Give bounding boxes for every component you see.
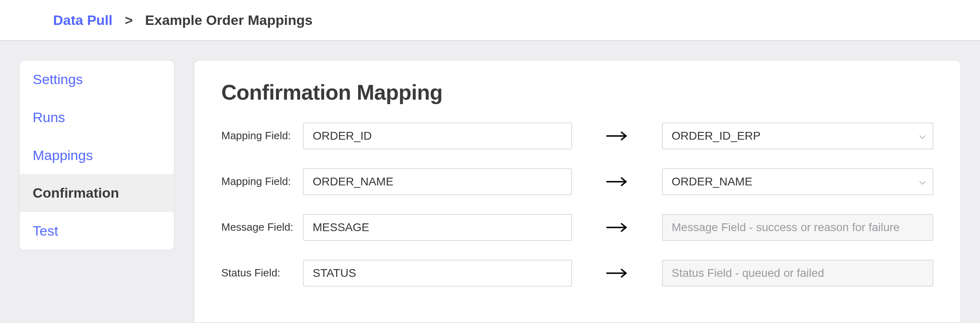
- row-label: Status Field:: [221, 266, 303, 280]
- breadcrumb-root-link[interactable]: Data Pull: [53, 12, 112, 28]
- mapping-source-input[interactable]: [303, 168, 572, 195]
- disabled-placeholder: Message Field - success or reason for fa…: [672, 221, 900, 234]
- sidebar-item-mappings[interactable]: Mappings: [20, 136, 174, 174]
- sidebar: Settings Runs Mappings Confirmation Test: [19, 60, 175, 251]
- row-label: Message Field:: [221, 220, 303, 234]
- main-panel: Confirmation Mapping Mapping Field: ORDE…: [194, 60, 961, 323]
- sidebar-item-confirmation[interactable]: Confirmation: [20, 174, 174, 212]
- arrow-right-icon: [572, 222, 662, 233]
- mapping-row: Message Field: Message Field - success o…: [221, 214, 933, 241]
- breadcrumb-current: Example Order Mappings: [145, 12, 312, 28]
- status-target-disabled: Status Field - queued or failed: [662, 260, 933, 287]
- select-value: ORDER_ID_ERP: [672, 129, 761, 143]
- mapping-row: Mapping Field: ORDER_ID_ERP: [221, 123, 933, 149]
- message-target-disabled: Message Field - success or reason for fa…: [662, 214, 933, 241]
- sidebar-item-test[interactable]: Test: [20, 212, 174, 250]
- mapping-target-select[interactable]: ORDER_NAME: [662, 168, 933, 195]
- panel-title: Confirmation Mapping: [221, 80, 933, 105]
- mapping-source-input[interactable]: [303, 123, 572, 149]
- workarea: Settings Runs Mappings Confirmation Test…: [0, 41, 980, 323]
- row-label: Mapping Field:: [221, 174, 303, 189]
- mapping-target-select[interactable]: ORDER_ID_ERP: [662, 123, 933, 149]
- chevron-down-icon: [919, 129, 926, 143]
- mapping-row: Status Field: Status Field - queued or f…: [221, 260, 933, 287]
- arrow-right-icon: [572, 176, 662, 187]
- sidebar-item-runs[interactable]: Runs: [20, 98, 174, 136]
- mapping-row: Mapping Field: ORDER_NAME: [221, 168, 933, 195]
- select-value: ORDER_NAME: [672, 175, 753, 188]
- row-label: Mapping Field:: [221, 129, 303, 143]
- breadcrumb: Data Pull > Example Order Mappings: [0, 0, 980, 41]
- message-source-input[interactable]: [303, 214, 572, 241]
- arrow-right-icon: [572, 130, 662, 142]
- disabled-placeholder: Status Field - queued or failed: [672, 267, 824, 280]
- status-source-input[interactable]: [303, 260, 572, 287]
- chevron-down-icon: [919, 175, 926, 188]
- arrow-right-icon: [572, 267, 662, 279]
- sidebar-item-settings[interactable]: Settings: [20, 60, 174, 98]
- breadcrumb-separator: >: [125, 12, 133, 28]
